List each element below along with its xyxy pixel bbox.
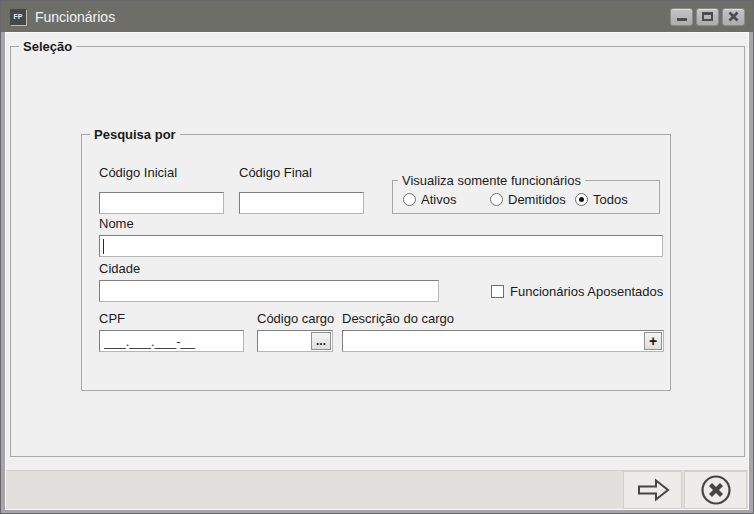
minimize-button[interactable] xyxy=(670,8,693,26)
codigo-inicial-input[interactable] xyxy=(99,192,224,214)
descricao-cargo-input[interactable]: + xyxy=(342,330,664,352)
nome-input[interactable] xyxy=(99,235,663,257)
radio-todos[interactable]: Todos xyxy=(575,192,628,207)
selecao-label: Seleção xyxy=(19,39,76,55)
text-caret xyxy=(103,239,104,254)
cidade-label: Cidade xyxy=(99,261,140,277)
radio-demitidos-label: Demitidos xyxy=(508,192,566,207)
close-form-button[interactable] xyxy=(684,471,747,509)
aposentados-checkbox-item[interactable]: Funcionários Aposentados xyxy=(491,284,663,299)
window-controls xyxy=(670,8,745,26)
titlebar: FP Funcionários xyxy=(1,1,753,32)
codigo-inicial-label: Código Inicial xyxy=(99,165,177,181)
aposentados-checkbox[interactable] xyxy=(491,285,504,298)
window-title: Funcionários xyxy=(35,9,115,25)
cpf-input[interactable] xyxy=(99,330,244,352)
cpf-label: CPF xyxy=(99,311,125,327)
radio-demitidos[interactable]: Demitidos xyxy=(490,192,566,207)
maximize-button[interactable] xyxy=(696,8,719,26)
maximize-icon xyxy=(702,12,713,21)
radio-ativos[interactable]: Ativos xyxy=(403,192,456,207)
close-button[interactable] xyxy=(722,8,745,26)
nome-label: Nome xyxy=(99,216,134,232)
pesquisa-label: Pesquisa por xyxy=(90,127,180,143)
descricao-cargo-label: Descrição do cargo xyxy=(342,311,454,327)
circle-x-icon xyxy=(699,473,733,507)
minimize-icon xyxy=(677,18,687,21)
funcionarios-window: FP Funcionários Seleção Pesquisa por xyxy=(0,0,754,514)
radio-demitidos-circle[interactable] xyxy=(490,193,503,206)
aposentados-label: Funcionários Aposentados xyxy=(510,284,663,299)
codigo-final-input[interactable] xyxy=(239,192,364,214)
codigo-cargo-browse-button[interactable]: ... xyxy=(311,332,331,350)
radio-todos-label: Todos xyxy=(593,192,628,207)
codigo-cargo-label: Código cargo xyxy=(257,311,334,327)
codigo-final-label: Código Final xyxy=(239,165,312,181)
visualiza-label: Visualiza somente funcionários xyxy=(398,173,585,189)
right-arrow-icon xyxy=(635,477,671,503)
footer-bar xyxy=(6,470,748,509)
pesquisa-groupbox: Pesquisa por Código Inicial Código Final… xyxy=(81,134,671,391)
codigo-cargo-input[interactable]: ... xyxy=(257,330,333,352)
descricao-cargo-expand-button[interactable]: + xyxy=(644,332,662,350)
radio-ativos-circle[interactable] xyxy=(403,193,416,206)
radio-ativos-label: Ativos xyxy=(421,192,456,207)
app-icon: FP xyxy=(10,9,26,25)
visualiza-groupbox: Visualiza somente funcionários Ativos De… xyxy=(392,180,660,214)
close-icon xyxy=(728,11,739,22)
radio-todos-circle[interactable] xyxy=(575,193,588,206)
cidade-input[interactable] xyxy=(99,280,439,302)
selecao-groupbox: Seleção Pesquisa por Código Inicial Códi… xyxy=(10,46,745,457)
client-area: Seleção Pesquisa por Código Inicial Códi… xyxy=(5,32,749,510)
advance-button[interactable] xyxy=(623,471,682,509)
